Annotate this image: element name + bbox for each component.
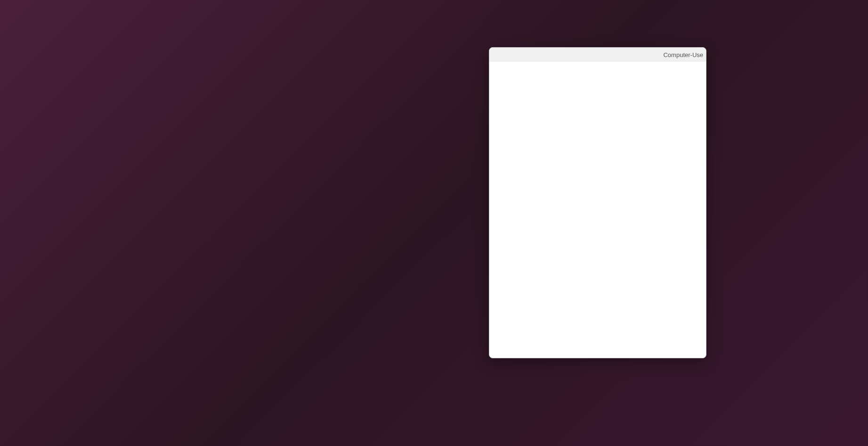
minimize-icon: Computer-Use (663, 51, 703, 58)
titlebar: Computer-Use (489, 48, 706, 62)
presentation-window: Computer-Use (489, 47, 706, 358)
